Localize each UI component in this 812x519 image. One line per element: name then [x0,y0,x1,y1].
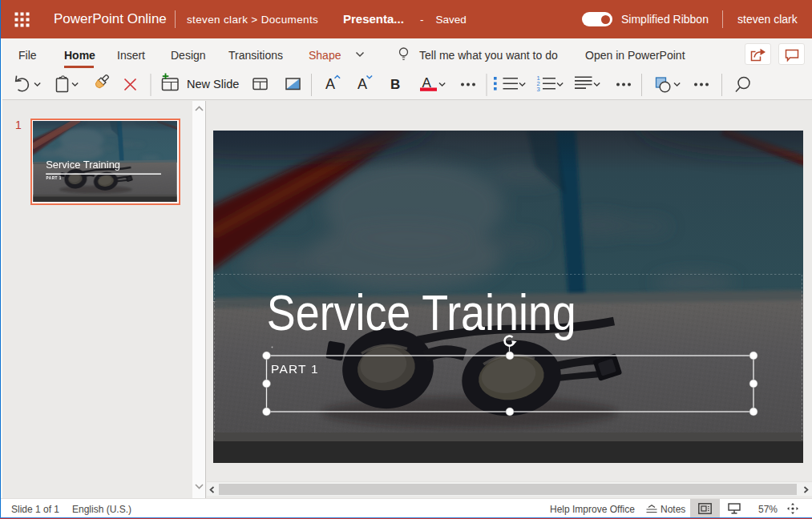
svg-text:A: A [325,76,335,92]
svg-text:A: A [358,76,367,92]
svg-text:Service Training: Service Training [46,159,120,171]
svg-text:B: B [390,77,400,92]
svg-text:New Slide: New Slide [187,78,239,91]
svg-text:3: 3 [537,86,540,93]
svg-text:PART 1: PART 1 [271,362,319,376]
svg-text:PART 1: PART 1 [46,176,62,180]
svg-text:Service Training: Service Training [267,284,576,340]
